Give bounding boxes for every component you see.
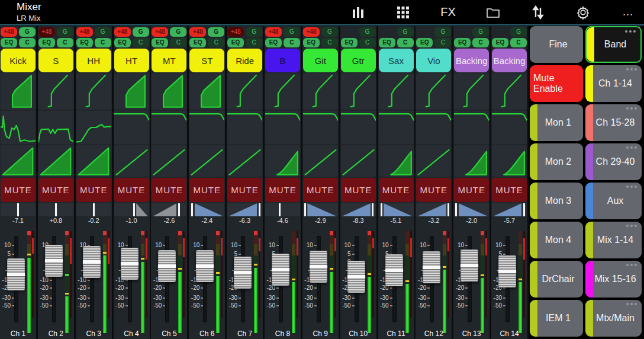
channel-name-button[interactable]: MT (152, 49, 186, 72)
gate-badge[interactable]: G (397, 27, 414, 37)
options-dots-icon[interactable] (626, 225, 637, 227)
channel-name-button[interactable]: Gtr (341, 49, 376, 72)
gate-badge[interactable]: G (57, 27, 73, 37)
gate-badge[interactable]: G (133, 27, 149, 37)
eq-badge[interactable]: EQ (227, 38, 244, 47)
sidebar-left-drchair[interactable]: DrChair (530, 261, 583, 298)
pan-slider[interactable] (454, 203, 489, 216)
sidebar-left-mon-3[interactable]: Mon 3 (530, 183, 583, 219)
gate-curve[interactable] (265, 73, 300, 110)
gate-curve[interactable] (1, 73, 36, 110)
gate-badge[interactable]: G (284, 27, 300, 37)
comp-badge[interactable]: C (208, 38, 224, 47)
comp-curve[interactable] (416, 145, 451, 177)
options-dots-icon[interactable] (626, 146, 637, 149)
eq-badge[interactable]: EQ (38, 38, 55, 47)
fader-knob[interactable] (423, 251, 440, 283)
comp-curve[interactable] (454, 145, 489, 177)
eq-curve[interactable] (341, 111, 376, 144)
comp-badge[interactable]: C (397, 38, 414, 47)
eq-curve[interactable] (189, 111, 224, 144)
pan-slider[interactable] (152, 203, 186, 216)
eq-badge[interactable]: EQ (189, 38, 206, 47)
sidebar-left-fine[interactable]: Fine (530, 26, 583, 63)
gate-curve[interactable] (152, 73, 186, 110)
sidebar-left-iem-1[interactable]: IEM 1 (530, 300, 583, 337)
folder-icon[interactable] (485, 5, 501, 20)
fader-knob[interactable] (385, 254, 403, 286)
comp-badge[interactable]: C (510, 38, 527, 47)
gate-badge[interactable]: G (19, 27, 36, 37)
phantom-48v-badge[interactable]: +48 (189, 27, 206, 37)
eq-badge[interactable]: EQ (379, 38, 395, 47)
mute-button[interactable]: MUTE (341, 178, 376, 202)
sidebar-right-band[interactable]: Band (585, 26, 642, 63)
eq-curve[interactable] (416, 111, 451, 144)
sidebar-left-mon-2[interactable]: Mon 2 (530, 143, 583, 180)
comp-badge[interactable]: C (472, 38, 489, 47)
fader-knob[interactable] (83, 246, 101, 278)
gate-curve[interactable] (189, 73, 224, 110)
eq-curve[interactable] (492, 111, 527, 144)
comp-badge[interactable]: C (133, 38, 149, 47)
pan-slider[interactable] (189, 203, 224, 216)
eq-badge[interactable]: EQ (114, 38, 131, 47)
pan-slider[interactable] (227, 203, 262, 216)
channel-name-button[interactable]: Backing (454, 49, 489, 72)
sidebar-left-mon-4[interactable]: Mon 4 (530, 222, 583, 258)
comp-curve[interactable] (1, 145, 36, 177)
mute-button[interactable]: MUTE (114, 178, 149, 202)
options-dots-icon[interactable] (626, 107, 637, 110)
eq-curve[interactable] (38, 111, 73, 144)
eq-badge[interactable]: EQ (265, 38, 282, 47)
gate-badge[interactable]: G (472, 27, 489, 37)
mute-button[interactable]: MUTE (152, 178, 186, 202)
fader-knob[interactable] (196, 250, 214, 282)
eq-curve[interactable] (114, 111, 149, 144)
eq-curve[interactable] (303, 111, 338, 144)
channel-name-button[interactable]: Ride (227, 49, 262, 72)
phantom-48v-badge[interactable]: +48 (38, 27, 55, 37)
pan-slider[interactable] (379, 203, 414, 216)
phantom-48v-badge[interactable]: +48 (76, 27, 93, 37)
comp-badge[interactable]: C (19, 38, 36, 47)
gate-badge[interactable]: G (95, 27, 111, 37)
sidebar-right-ch-15-28[interactable]: Ch 15-28 (585, 104, 642, 141)
sidebar-right-mix-1-14[interactable]: Mix 1-14 (585, 222, 642, 258)
comp-curve[interactable] (38, 145, 73, 177)
channel-name-button[interactable]: S (38, 49, 73, 72)
pan-slider[interactable] (416, 203, 451, 216)
gate-badge[interactable]: G (208, 27, 224, 37)
fader-knob[interactable] (498, 255, 516, 287)
fader-knob[interactable] (7, 258, 25, 290)
pan-slider[interactable] (1, 203, 36, 216)
overflow-icon[interactable]: ... (620, 5, 636, 20)
phantom-48v-badge[interactable]: +48 (265, 27, 282, 37)
mute-button[interactable]: MUTE (454, 178, 489, 202)
eq-badge[interactable]: EQ (492, 38, 508, 47)
mute-button[interactable]: MUTE (38, 178, 73, 202)
mute-button[interactable]: MUTE (265, 178, 300, 202)
phantom-48v-badge[interactable]: +48 (1, 27, 17, 37)
pan-slider[interactable] (38, 203, 73, 216)
phantom-48v-badge[interactable]: +48 (114, 27, 131, 37)
phantom-48v-badge[interactable]: +48 (303, 27, 320, 37)
fader-knob[interactable] (45, 245, 63, 277)
pan-slider[interactable] (114, 203, 149, 216)
options-dots-icon[interactable] (626, 264, 637, 266)
gate-curve[interactable] (76, 73, 111, 110)
gate-curve[interactable] (227, 73, 262, 110)
mute-button[interactable]: MUTE (1, 178, 36, 202)
comp-badge[interactable]: C (284, 38, 300, 47)
gate-badge[interactable]: G (510, 27, 527, 37)
mute-button[interactable]: MUTE (227, 178, 262, 202)
sort-arrows-icon[interactable] (530, 5, 546, 20)
fader-knob[interactable] (121, 248, 139, 280)
mute-button[interactable]: MUTE (492, 178, 527, 202)
fx-button[interactable]: FX (440, 5, 456, 20)
options-dots-icon[interactable] (626, 303, 637, 305)
eq-badge[interactable]: EQ (303, 38, 320, 47)
channel-name-button[interactable]: Kick (1, 49, 36, 72)
comp-badge[interactable]: C (434, 38, 451, 47)
comp-curve[interactable] (76, 145, 111, 177)
